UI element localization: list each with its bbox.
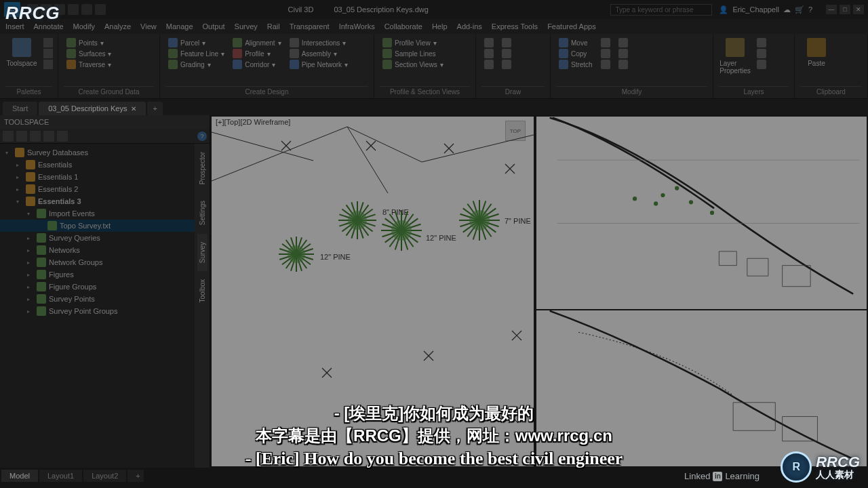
qat-undo-icon[interactable] — [68, 4, 79, 15]
tree-node[interactable]: Topo Survey.txt — [0, 220, 195, 232]
layout-tab-model[interactable]: Model — [1, 470, 38, 482]
tree-node[interactable]: Essentials 2 — [0, 183, 195, 195]
menu-rail[interactable]: Rail — [267, 22, 280, 30]
menu-transparent[interactable]: Transparent — [290, 22, 330, 30]
cloud-icon[interactable]: ☁ — [783, 5, 791, 14]
traverse-button[interactable]: Traverse ▾ — [66, 60, 151, 69]
menu-modify[interactable]: Modify — [73, 22, 95, 30]
user-name[interactable]: Eric_Chappell — [732, 5, 778, 14]
layerprops-button[interactable]: Layer Properties — [719, 37, 751, 85]
surfaces-button[interactable]: Surfaces ▾ — [66, 49, 151, 58]
draw-line-button[interactable] — [484, 38, 494, 47]
alignment-button[interactable]: Alignment ▾ — [233, 38, 281, 47]
viewport-top-right[interactable] — [536, 117, 867, 309]
menu-insert[interactable]: Insert — [5, 22, 24, 30]
ts-filter-icon[interactable] — [30, 131, 41, 142]
close-button[interactable]: ✕ — [853, 5, 864, 14]
layout-tab-layout1[interactable]: Layout1 — [39, 470, 82, 482]
draw-arc-button[interactable] — [484, 49, 494, 58]
palette-icon[interactable] — [43, 38, 53, 47]
qat-redo-icon[interactable] — [81, 4, 92, 15]
menu-infraworks[interactable]: InfraWorks — [339, 22, 375, 30]
sectionviews-button[interactable]: Section Views ▾ — [382, 60, 467, 69]
tree-node[interactable]: Network Groups — [0, 256, 195, 268]
tree-node[interactable]: Figures — [0, 268, 195, 281]
palette-icon[interactable] — [43, 60, 53, 69]
ts-pan-icon[interactable] — [57, 131, 68, 142]
mod-d[interactable] — [618, 38, 628, 47]
qat-plot-icon[interactable] — [95, 4, 106, 15]
tree-node[interactable]: Import Events — [0, 207, 195, 220]
ts-master-icon[interactable] — [3, 131, 14, 142]
help-icon[interactable]: ? — [808, 5, 812, 14]
menu-manage[interactable]: Manage — [166, 22, 193, 30]
menu-view[interactable]: View — [140, 22, 157, 30]
sidetab-toolbox[interactable]: Toolbox — [197, 271, 208, 310]
mod-a[interactable] — [601, 38, 610, 47]
sidetab-settings[interactable]: Settings — [197, 192, 208, 233]
cart-icon[interactable]: 🛒 — [795, 5, 804, 14]
palette-icon[interactable] — [43, 49, 53, 58]
mod-b[interactable] — [601, 49, 610, 58]
layer-c[interactable] — [757, 60, 766, 69]
minimize-button[interactable]: — — [826, 5, 837, 14]
menu-addins[interactable]: Add-ins — [457, 22, 482, 30]
paste-button[interactable]: Paste — [800, 37, 833, 85]
ts-preview-icon[interactable] — [43, 131, 54, 142]
profile-button[interactable]: Profile ▾ — [233, 49, 281, 58]
layout-tab-layout2[interactable]: Layout2 — [83, 470, 126, 482]
menu-featured[interactable]: Featured Apps — [547, 22, 596, 30]
tree-node[interactable]: Essentials 1 — [0, 171, 195, 183]
toolspace-button[interactable]: Toolspace — [5, 37, 38, 85]
mod-f[interactable] — [618, 60, 628, 69]
tree-node[interactable]: Figure Groups — [0, 281, 195, 293]
sidetab-survey[interactable]: Survey — [197, 234, 208, 271]
menu-annotate[interactable]: Annotate — [34, 22, 64, 30]
menu-survey[interactable]: Survey — [235, 22, 258, 30]
menu-express[interactable]: Express Tools — [492, 22, 538, 30]
points-button[interactable]: Points ▾ — [66, 38, 151, 47]
copy-button[interactable]: Copy — [559, 49, 593, 58]
maximize-button[interactable]: □ — [840, 5, 850, 14]
tab-active-doc[interactable]: 03_05 Description Keys✕ — [39, 102, 146, 115]
menu-analyze[interactable]: Analyze — [104, 22, 131, 30]
ts-refresh-icon[interactable] — [16, 131, 27, 142]
close-tab-icon[interactable]: ✕ — [131, 105, 136, 113]
tree-node[interactable]: Survey Queries — [0, 232, 195, 244]
ts-help-icon[interactable]: ? — [197, 131, 207, 141]
grading-button[interactable]: Grading ▾ — [168, 60, 224, 69]
pipenet-button[interactable]: Pipe Network ▾ — [290, 60, 348, 69]
qat-save-icon[interactable] — [54, 4, 65, 15]
profileview-button[interactable]: Profile View ▾ — [382, 38, 467, 47]
draw-poly-button[interactable] — [502, 49, 511, 58]
draw-rect-button[interactable] — [502, 38, 511, 47]
tree-node[interactable]: Survey Databases — [0, 146, 195, 159]
tab-start[interactable]: Start — [3, 102, 37, 115]
corridor-button[interactable]: Corridor ▾ — [233, 60, 281, 69]
tree-node[interactable]: Survey Points — [0, 293, 195, 305]
tree-node[interactable]: Survey Point Groups — [0, 305, 195, 317]
parcel-button[interactable]: Parcel ▾ — [168, 38, 224, 47]
featureline-button[interactable]: Feature Line ▾ — [168, 49, 224, 58]
tree-node[interactable]: Essentials 3 — [0, 195, 195, 207]
layer-b[interactable] — [757, 49, 766, 58]
menu-output[interactable]: Output — [203, 22, 225, 30]
user-icon[interactable]: 👤 — [719, 5, 728, 14]
layer-a[interactable] — [757, 38, 766, 47]
qat-new-icon[interactable] — [27, 4, 38, 15]
intersections-button[interactable]: Intersections ▾ — [290, 38, 348, 47]
draw-circle-button[interactable] — [484, 60, 494, 69]
stretch-button[interactable]: Stretch — [559, 60, 593, 69]
mod-e[interactable] — [618, 49, 628, 58]
menu-collaborate[interactable]: Collaborate — [384, 22, 422, 30]
add-layout-button[interactable]: + — [127, 470, 144, 482]
qat-open-icon[interactable] — [41, 4, 52, 15]
move-button[interactable]: Move — [559, 38, 593, 47]
new-tab-button[interactable]: + — [147, 102, 162, 115]
samplelines-button[interactable]: Sample Lines — [382, 49, 467, 58]
draw-hatch-button[interactable] — [502, 60, 511, 69]
assembly-button[interactable]: Assembly ▾ — [290, 49, 348, 58]
search-input[interactable] — [610, 4, 712, 16]
sidetab-prospector[interactable]: Prospector — [197, 144, 208, 192]
tree-node[interactable]: Networks — [0, 244, 195, 256]
